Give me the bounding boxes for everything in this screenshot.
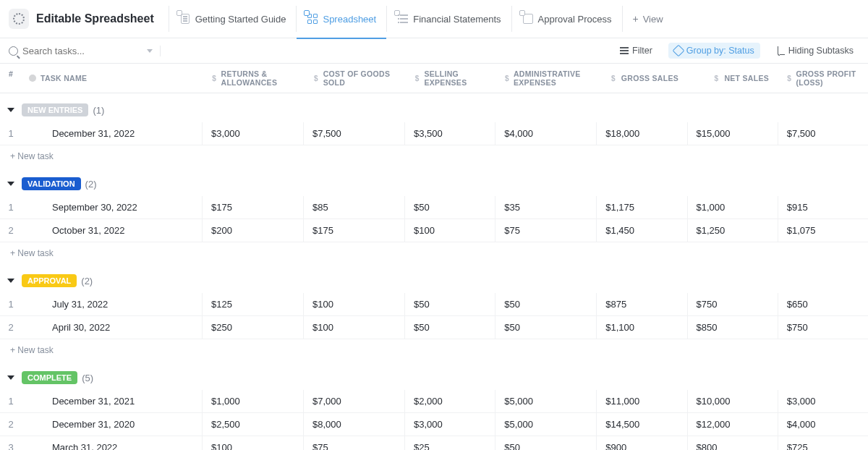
new-task-button[interactable]: + New task bbox=[0, 145, 868, 167]
collapse-icon[interactable] bbox=[7, 375, 14, 380]
cell-returns[interactable]: $100 bbox=[203, 436, 304, 450]
cell-admin[interactable]: $50 bbox=[495, 293, 597, 315]
cell-cogs[interactable]: $7,500 bbox=[304, 122, 405, 145]
cell-selling[interactable]: $3,500 bbox=[405, 122, 495, 145]
cell-cogs[interactable]: $100 bbox=[304, 316, 405, 339]
cell-gross-sales[interactable]: $11,000 bbox=[597, 390, 687, 412]
cell-net-sales[interactable]: $10,000 bbox=[688, 390, 778, 412]
new-task-button[interactable]: + New task bbox=[0, 242, 868, 264]
subtasks-button[interactable]: Hiding Subtasks bbox=[770, 43, 859, 59]
collapse-icon[interactable] bbox=[7, 182, 14, 186]
filter-button[interactable]: Filter bbox=[614, 43, 658, 59]
cell-gross-profit[interactable]: $1,075 bbox=[778, 219, 868, 242]
cell-admin[interactable]: $50 bbox=[495, 316, 597, 339]
cell-returns[interactable]: $250 bbox=[203, 316, 304, 339]
cell-admin[interactable]: $4,000 bbox=[495, 122, 597, 145]
row-name[interactable]: July 31, 2022 bbox=[22, 293, 203, 315]
tab-financial-statements[interactable]: Financial Statements bbox=[386, 6, 511, 32]
status-badge[interactable]: NEW ENTRIES bbox=[22, 103, 88, 116]
row-name[interactable]: December 31, 2020 bbox=[22, 413, 203, 436]
status-badge[interactable]: COMPLETE bbox=[22, 371, 77, 384]
search-input[interactable] bbox=[22, 46, 124, 56]
collapse-icon[interactable] bbox=[7, 279, 14, 283]
cell-admin[interactable]: $50 bbox=[495, 436, 597, 450]
col-name-header[interactable]: TASK NAME bbox=[22, 64, 203, 93]
table-row[interactable]: 2December 31, 2020$2,500$8,000$3,000$5,0… bbox=[0, 413, 868, 436]
cell-admin[interactable]: $5,000 bbox=[495, 413, 597, 436]
chevron-down-icon[interactable] bbox=[147, 49, 153, 53]
row-name[interactable]: December 31, 2022 bbox=[22, 122, 203, 145]
cell-gross-sales[interactable]: $1,100 bbox=[597, 316, 687, 339]
cell-returns[interactable]: $200 bbox=[203, 219, 304, 242]
cell-gross-profit[interactable]: $4,000 bbox=[778, 413, 868, 436]
status-badge[interactable]: VALIDATION bbox=[22, 177, 81, 190]
cell-gross-profit[interactable]: $915 bbox=[778, 196, 868, 218]
table-row[interactable]: 2April 30, 2022$250$100$50$50$1,100$850$… bbox=[0, 316, 868, 339]
cell-gross-sales[interactable]: $875 bbox=[597, 293, 687, 315]
cell-cogs[interactable]: $75 bbox=[304, 436, 405, 450]
col-admin-header[interactable]: $ADMINISTRATIVE EXPENSES bbox=[495, 64, 597, 93]
cell-cogs[interactable]: $8,000 bbox=[304, 413, 405, 436]
cell-gross-sales[interactable]: $14,500 bbox=[597, 413, 687, 436]
cell-admin[interactable]: $75 bbox=[495, 219, 597, 242]
col-gross-sales-header[interactable]: $GROSS SALES bbox=[597, 64, 687, 93]
cell-net-sales[interactable]: $1,250 bbox=[688, 219, 778, 242]
cell-net-sales[interactable]: $850 bbox=[688, 316, 778, 339]
cell-gross-profit[interactable]: $750 bbox=[778, 316, 868, 339]
collapse-icon[interactable] bbox=[7, 108, 14, 112]
cell-net-sales[interactable]: $800 bbox=[688, 436, 778, 450]
cell-gross-sales[interactable]: $1,450 bbox=[597, 219, 687, 242]
row-name[interactable]: April 30, 2022 bbox=[22, 316, 203, 339]
cell-selling[interactable]: $100 bbox=[405, 219, 495, 242]
table-row[interactable]: 1July 31, 2022$125$100$50$50$875$750$650 bbox=[0, 293, 868, 316]
cell-gross-sales[interactable]: $1,175 bbox=[597, 196, 687, 218]
col-gross-profit-header[interactable]: $GROSS PROFIT (LOSS) bbox=[778, 64, 868, 93]
cell-admin[interactable]: $5,000 bbox=[495, 390, 597, 412]
col-selling-header[interactable]: $SELLING EXPENSES bbox=[405, 64, 495, 93]
cell-selling[interactable]: $50 bbox=[405, 293, 495, 315]
cell-selling[interactable]: $3,000 bbox=[405, 413, 495, 436]
row-name[interactable]: December 31, 2021 bbox=[22, 390, 203, 412]
cell-selling[interactable]: $2,000 bbox=[405, 390, 495, 412]
cell-gross-profit[interactable]: $650 bbox=[778, 293, 868, 315]
tab-getting-started[interactable]: Getting Started Guide bbox=[169, 6, 297, 32]
table-row[interactable]: 1December 31, 2022$3,000$7,500$3,500$4,0… bbox=[0, 122, 868, 145]
cell-returns[interactable]: $175 bbox=[203, 196, 304, 218]
table-row[interactable]: 2October 31, 2022$200$175$100$75$1,450$1… bbox=[0, 219, 868, 242]
cell-gross-sales[interactable]: $900 bbox=[597, 436, 687, 450]
group-by-button[interactable]: Group by: Status bbox=[668, 43, 760, 59]
cell-selling[interactable]: $50 bbox=[405, 196, 495, 218]
cell-cogs[interactable]: $85 bbox=[304, 196, 405, 218]
cell-selling[interactable]: $50 bbox=[405, 316, 495, 339]
cell-returns[interactable]: $2,500 bbox=[203, 413, 304, 436]
table-row[interactable]: 1September 30, 2022$175$85$50$35$1,175$1… bbox=[0, 196, 868, 219]
cell-cogs[interactable]: $175 bbox=[304, 219, 405, 242]
tab-spreadsheet[interactable]: Spreadsheet bbox=[296, 6, 386, 32]
row-name[interactable]: October 31, 2022 bbox=[22, 219, 203, 242]
cell-gross-profit[interactable]: $725 bbox=[778, 436, 868, 450]
new-task-button[interactable]: + New task bbox=[0, 339, 868, 361]
cell-gross-profit[interactable]: $7,500 bbox=[778, 122, 868, 145]
add-view-button[interactable]: + View bbox=[622, 6, 673, 32]
cell-selling[interactable]: $25 bbox=[405, 436, 495, 450]
row-name[interactable]: September 30, 2022 bbox=[22, 196, 203, 218]
col-net-sales-header[interactable]: $NET SALES bbox=[687, 64, 778, 93]
cell-cogs[interactable]: $100 bbox=[304, 293, 405, 315]
cell-gross-sales[interactable]: $18,000 bbox=[597, 122, 687, 145]
cell-net-sales[interactable]: $15,000 bbox=[688, 122, 778, 145]
col-cogs-header[interactable]: $COST OF GOODS SOLD bbox=[304, 64, 405, 93]
col-returns-header[interactable]: $RETURNS & ALLOWANCES bbox=[203, 64, 304, 93]
table-row[interactable]: 3March 31, 2022$100$75$25$50$900$800$725 bbox=[0, 436, 868, 450]
cell-returns[interactable]: $1,000 bbox=[203, 390, 304, 412]
cell-gross-profit[interactable]: $3,000 bbox=[778, 390, 868, 412]
table-row[interactable]: 1December 31, 2021$1,000$7,000$2,000$5,0… bbox=[0, 390, 868, 413]
cell-net-sales[interactable]: $12,000 bbox=[688, 413, 778, 436]
cell-cogs[interactable]: $7,000 bbox=[304, 390, 405, 412]
row-name[interactable]: March 31, 2022 bbox=[22, 436, 203, 450]
cell-net-sales[interactable]: $1,000 bbox=[688, 196, 778, 218]
cell-net-sales[interactable]: $750 bbox=[688, 293, 778, 315]
tab-approval-process[interactable]: Approval Process bbox=[511, 6, 622, 32]
cell-returns[interactable]: $3,000 bbox=[203, 122, 304, 145]
cell-returns[interactable]: $125 bbox=[203, 293, 304, 315]
status-badge[interactable]: APPROVAL bbox=[22, 274, 77, 287]
